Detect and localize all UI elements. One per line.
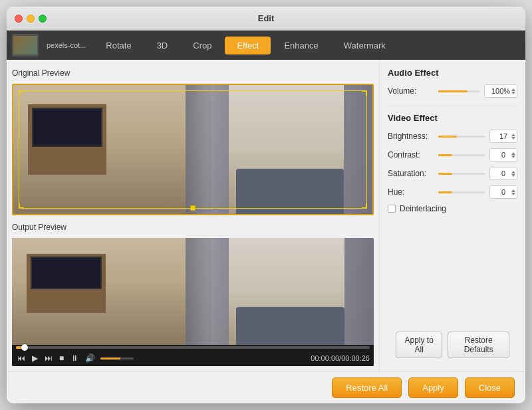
title-bar: Edit — [7, 7, 525, 31]
restore-all-button[interactable]: Restore All — [332, 377, 402, 398]
main-content: Original Preview — [7, 60, 525, 371]
close-traffic-light[interactable] — [15, 15, 23, 23]
file-name-label: pexels-cot... — [47, 41, 86, 49]
hue-row: Hue: 0 — [388, 185, 517, 199]
skip-back-button[interactable]: ⏮ — [16, 352, 27, 364]
contrast-slider[interactable] — [438, 154, 485, 156]
next-frame-button[interactable]: ⏸ — [69, 352, 80, 364]
deinterlacing-row: Deinterlacing — [388, 204, 517, 213]
brightness-row: Brightness: 17 — [388, 130, 517, 143]
progress-bar[interactable] — [16, 346, 370, 349]
apply-button[interactable]: Apply — [408, 377, 458, 398]
contrast-label: Contrast: — [388, 150, 434, 159]
toolbar-tabs: Rotate 3D Crop Effect Enhance Watermark — [94, 37, 398, 54]
apply-to-all-button[interactable]: Apply to All — [396, 332, 442, 358]
output-wrapper: ⏮ ▶ ⏭ ■ ⏸ 🔊 00:00:00/00:00:26 — [12, 238, 374, 367]
play-button[interactable]: ▶ — [31, 352, 39, 364]
hue-input[interactable]: 0 — [489, 185, 517, 199]
file-thumbnail — [12, 34, 39, 56]
video-section-title: Video Effect — [388, 113, 517, 123]
main-window: Edit pexels-cot... Rotate 3D Crop Effect… — [7, 7, 525, 403]
maximize-traffic-light[interactable] — [39, 15, 47, 23]
tab-enhance[interactable]: Enhance — [272, 37, 330, 54]
volume-row: Volume: 100% — [388, 84, 517, 98]
saturation-input[interactable]: 0 — [489, 167, 517, 180]
contrast-row: Contrast: 0 — [388, 148, 517, 161]
preview-area: Original Preview — [7, 60, 379, 371]
original-preview-label: Original Preview — [12, 68, 70, 78]
volume-slider-track[interactable] — [438, 90, 480, 92]
contrast-spinner[interactable] — [511, 152, 515, 158]
volume-input[interactable]: 100% — [484, 84, 517, 98]
tab-crop[interactable]: Crop — [181, 37, 223, 54]
output-preview: ⏮ ▶ ⏭ ■ ⏸ 🔊 00:00:00/00:00:26 — [12, 238, 374, 367]
original-preview-header: Original Preview — [12, 65, 374, 80]
brightness-slider[interactable] — [438, 136, 485, 138]
controls-row: ⏮ ▶ ⏭ ■ ⏸ 🔊 00:00:00/00:00:26 — [12, 350, 374, 366]
hue-spinner[interactable] — [511, 189, 515, 195]
brightness-spinner[interactable] — [511, 134, 515, 140]
audio-section-title: Audio Effect — [388, 68, 517, 78]
deinterlacing-checkbox[interactable] — [388, 205, 396, 213]
hue-slider[interactable] — [438, 191, 485, 193]
volume-icon[interactable]: 🔊 — [84, 352, 96, 364]
saturation-row: Saturation: 0 — [388, 167, 517, 180]
brightness-label: Brightness: — [388, 132, 434, 141]
output-preview-label: Output Preview — [12, 223, 66, 232]
right-panel: Audio Effect Volume: 100% Video Effect — [379, 60, 525, 371]
tab-watermark[interactable]: Watermark — [332, 37, 398, 54]
tab-effect[interactable]: Effect — [225, 37, 271, 54]
bottom-bar: Restore All Apply Close — [7, 371, 525, 403]
time-display: 00:00:00/00:00:26 — [311, 354, 370, 362]
saturation-slider[interactable] — [438, 173, 485, 175]
output-preview-header: Output Preview — [12, 219, 374, 234]
hue-label: Hue: — [388, 187, 434, 197]
brightness-input[interactable]: 17 — [489, 130, 517, 143]
volume-slider[interactable] — [100, 358, 134, 359]
close-button[interactable]: Close — [465, 377, 515, 398]
original-preview — [12, 84, 374, 215]
tab-3d[interactable]: 3D — [145, 37, 180, 54]
contrast-input[interactable]: 0 — [489, 148, 517, 161]
saturation-label: Saturation: — [388, 169, 434, 178]
window-title: Edit — [258, 13, 275, 23]
traffic-lights — [15, 15, 47, 23]
saturation-spinner[interactable] — [511, 171, 515, 177]
panel-bottom-buttons: Apply to All Restore Defaults — [388, 326, 517, 363]
volume-spinner[interactable] — [511, 88, 515, 94]
video-frame — [12, 238, 374, 346]
stop-button[interactable]: ■ — [58, 352, 65, 364]
minimize-traffic-light[interactable] — [27, 15, 35, 23]
progress-row — [12, 345, 374, 350]
tab-rotate[interactable]: Rotate — [94, 37, 143, 54]
restore-defaults-button[interactable]: Restore Defaults — [448, 332, 509, 358]
deinterlacing-label: Deinterlacing — [400, 204, 446, 213]
toolbar: pexels-cot... Rotate 3D Crop Effect Enha… — [7, 31, 525, 60]
skip-forward-button[interactable]: ⏭ — [43, 352, 54, 364]
volume-label: Volume: — [388, 86, 434, 96]
